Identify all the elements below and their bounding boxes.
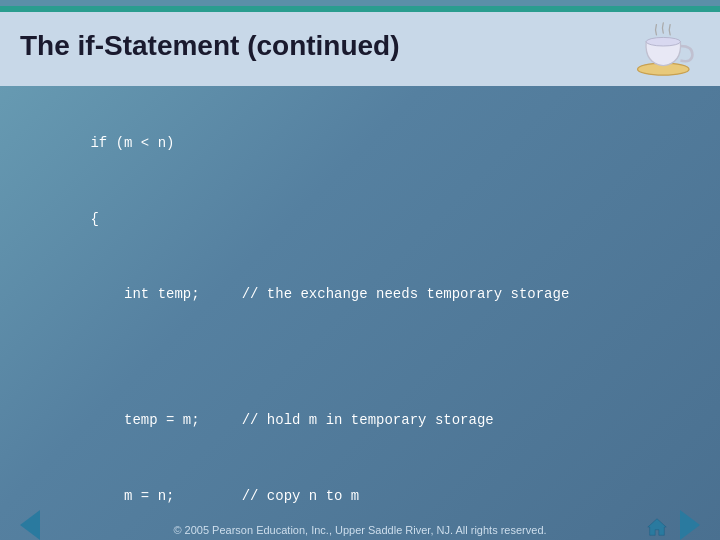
code-line-1: if (m < n) bbox=[90, 135, 174, 151]
nav-next-button[interactable] bbox=[680, 510, 700, 540]
cup-icon bbox=[630, 16, 700, 76]
footer-text: © 2005 Pearson Education, Inc., Upper Sa… bbox=[0, 524, 720, 536]
title-bar: The if-Statement (continued) bbox=[0, 6, 720, 86]
slide-title: The if-Statement (continued) bbox=[20, 30, 400, 62]
content-area: if (m < n) { int temp; // the exchange n… bbox=[0, 86, 720, 540]
code-line-6: m = n; // copy n to m bbox=[90, 488, 359, 504]
code-line-2: { bbox=[90, 211, 98, 227]
code-line-3: int temp; // the exchange needs temporar… bbox=[90, 286, 569, 302]
nav-home-button[interactable] bbox=[646, 516, 668, 538]
slide: The if-Statement (continued) if (m < n) … bbox=[0, 6, 720, 540]
nav-previous-button[interactable] bbox=[20, 510, 40, 540]
code-block: if (m < n) { int temp; // the exchange n… bbox=[40, 106, 680, 540]
svg-point-1 bbox=[646, 37, 680, 46]
code-line-5: temp = m; // hold m in temporary storage bbox=[90, 412, 493, 428]
